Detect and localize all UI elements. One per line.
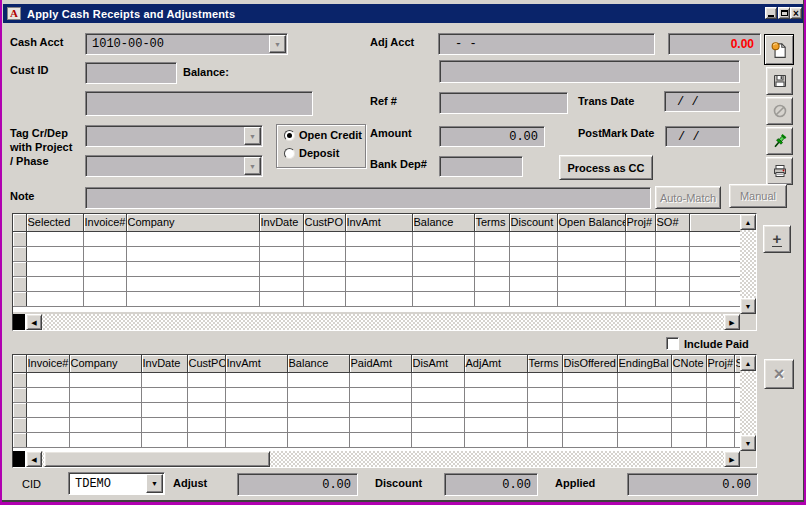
- grid-cell[interactable]: [259, 291, 303, 306]
- grid-cell[interactable]: [562, 417, 617, 432]
- grid-cell[interactable]: [141, 402, 187, 417]
- grid-cell[interactable]: [26, 402, 69, 417]
- phase-dropdown-icon[interactable]: ▼: [244, 157, 261, 175]
- grid-cell[interactable]: [303, 261, 345, 276]
- grid-cell[interactable]: [625, 261, 655, 276]
- grid-cell[interactable]: [625, 291, 655, 306]
- grid-cell[interactable]: [655, 291, 689, 306]
- grid-cell[interactable]: [474, 291, 509, 306]
- col-discount[interactable]: Discount: [509, 214, 557, 231]
- grid-cell[interactable]: [464, 402, 527, 417]
- grid-cell[interactable]: [141, 417, 187, 432]
- grid-cell[interactable]: [671, 417, 706, 432]
- grid-cell[interactable]: [345, 261, 412, 276]
- grid-cell[interactable]: [26, 372, 69, 387]
- grid-cell[interactable]: [349, 387, 411, 402]
- grid-cell[interactable]: [259, 231, 303, 246]
- post-button[interactable]: [766, 127, 793, 155]
- grid-cell[interactable]: [625, 276, 655, 291]
- row-selector-cell[interactable]: [13, 432, 26, 447]
- process-as-cc-button[interactable]: Process as CC: [559, 155, 653, 180]
- grid-cell[interactable]: [706, 372, 734, 387]
- col-open-balance[interactable]: Open Balance: [557, 214, 625, 231]
- col-terms[interactable]: Terms: [527, 355, 562, 372]
- add-invoice-button[interactable]: +: [763, 225, 791, 253]
- col-custpo[interactable]: CustPO: [187, 355, 225, 372]
- grid-cell[interactable]: [689, 246, 740, 261]
- grid-cell[interactable]: [562, 387, 617, 402]
- grid-cell[interactable]: [411, 402, 464, 417]
- grid-cell[interactable]: [411, 432, 464, 447]
- grid-cell[interactable]: [509, 231, 557, 246]
- grid-cell[interactable]: [509, 246, 557, 261]
- grid-cell[interactable]: [345, 291, 412, 306]
- grid-cell[interactable]: [303, 291, 345, 306]
- splitter-box[interactable]: [13, 314, 26, 330]
- grid-cell[interactable]: [349, 432, 411, 447]
- maximize-button[interactable]: [778, 7, 790, 19]
- cid-dropdown-icon[interactable]: ▼: [146, 474, 163, 493]
- col-invoice[interactable]: Invoice#: [83, 214, 126, 231]
- grid-cell[interactable]: [303, 231, 345, 246]
- grid-cell[interactable]: [671, 432, 706, 447]
- grid-cell[interactable]: [527, 417, 562, 432]
- grid-cell[interactable]: [411, 417, 464, 432]
- cash-acct-combo[interactable]: 1010-00-00 ▼: [85, 33, 288, 55]
- col-disoffered[interactable]: DisOffered: [562, 355, 617, 372]
- grid-cell[interactable]: [287, 387, 349, 402]
- invoices-vertical-scrollbar[interactable]: ▲ ▼: [740, 214, 756, 314]
- grid-cell[interactable]: [509, 291, 557, 306]
- grid-cell[interactable]: [26, 261, 83, 276]
- grid-cell[interactable]: [617, 387, 671, 402]
- grid-cell[interactable]: [69, 372, 141, 387]
- phase-combo[interactable]: ▼: [85, 155, 263, 177]
- row-selector-cell[interactable]: [13, 231, 26, 246]
- grid-cell[interactable]: [617, 372, 671, 387]
- grid-cell[interactable]: [706, 402, 734, 417]
- grid-cell[interactable]: [69, 417, 141, 432]
- grid-cell[interactable]: [187, 417, 225, 432]
- grid-cell[interactable]: [557, 276, 625, 291]
- grid-cell[interactable]: [345, 231, 412, 246]
- grid-cell[interactable]: [617, 432, 671, 447]
- grid-cell[interactable]: [225, 432, 287, 447]
- grid-cell[interactable]: [412, 291, 474, 306]
- grid-cell[interactable]: [259, 276, 303, 291]
- grid-cell[interactable]: [412, 261, 474, 276]
- col-invdate[interactable]: InvDate: [141, 355, 187, 372]
- grid-cell[interactable]: [562, 372, 617, 387]
- grid-cell[interactable]: [345, 246, 412, 261]
- grid-cell[interactable]: [411, 387, 464, 402]
- grid-cell[interactable]: [26, 432, 69, 447]
- grid-cell[interactable]: [412, 276, 474, 291]
- grid-cell[interactable]: [706, 432, 734, 447]
- postmark-date-input[interactable]: / /: [665, 126, 740, 147]
- row-selector-cell[interactable]: [13, 246, 26, 261]
- title-bar[interactable]: A Apply Cash Receipts and Adjustments: [3, 4, 803, 23]
- cid-combo[interactable]: TDEMO ▼: [68, 472, 165, 495]
- scroll-right-button[interactable]: ▶: [724, 314, 740, 330]
- applied-horizontal-scrollbar[interactable]: ◀ ▶: [13, 451, 740, 467]
- grid-cell[interactable]: [225, 372, 287, 387]
- grid-cell[interactable]: [287, 417, 349, 432]
- grid-cell[interactable]: [126, 261, 259, 276]
- col-selected[interactable]: Selected: [26, 214, 83, 231]
- col-so[interactable]: SO#: [655, 214, 689, 231]
- trans-date-input[interactable]: / /: [664, 91, 740, 112]
- grid-cell[interactable]: [141, 387, 187, 402]
- grid-cell[interactable]: [83, 246, 126, 261]
- grid-cell[interactable]: [617, 402, 671, 417]
- grid-cell[interactable]: [671, 402, 706, 417]
- applied-vertical-scrollbar[interactable]: ▲ ▼: [740, 355, 756, 451]
- grid-cell[interactable]: [126, 276, 259, 291]
- grid-cell[interactable]: [655, 261, 689, 276]
- ref-input[interactable]: [439, 92, 568, 114]
- grid-cell[interactable]: [689, 276, 740, 291]
- grid-cell[interactable]: [411, 372, 464, 387]
- grid-cell[interactable]: [26, 246, 83, 261]
- grid-cell[interactable]: [225, 387, 287, 402]
- bank-dep-input[interactable]: [439, 156, 523, 177]
- grid-cell[interactable]: [412, 246, 474, 261]
- col-proj[interactable]: Proj#: [625, 214, 655, 231]
- grid-cell[interactable]: [259, 246, 303, 261]
